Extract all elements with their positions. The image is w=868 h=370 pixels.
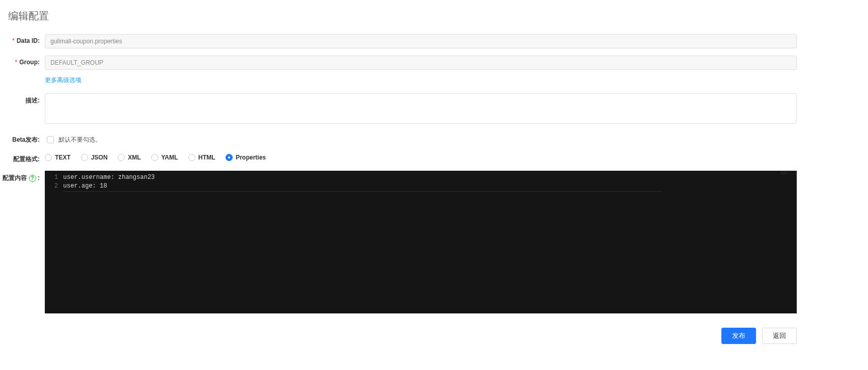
label-group: Group: (0, 56, 45, 66)
row-format: 配置格式: TEXTJSONXMLYAMLHTMLProperties (0, 152, 868, 164)
radio-icon (226, 154, 233, 161)
data-id-input (45, 34, 797, 48)
row-editor: 配置内容? : 1user.username: zhangsan232user.… (0, 171, 868, 313)
format-radio-group: TEXTJSONXMLYAMLHTMLProperties (45, 152, 797, 161)
beta-checkbox-wrap[interactable]: 默认不要勾选。 (45, 133, 797, 145)
format-radio-json[interactable]: JSON (81, 154, 108, 161)
line-number: 2 (45, 182, 63, 191)
radio-icon (81, 154, 88, 161)
desc-textarea[interactable] (45, 93, 797, 124)
line-number: 1 (45, 173, 63, 182)
label-beta: Beta发布: (0, 133, 45, 144)
row-more: 更多高级选项 (0, 74, 868, 84)
format-radio-text[interactable]: TEXT (45, 154, 71, 161)
format-radio-label: Properties (236, 154, 266, 161)
format-radio-label: YAML (161, 154, 178, 161)
label-format: 配置格式: (0, 152, 45, 164)
radio-icon (45, 154, 52, 161)
line-code[interactable]: user.username: zhangsan23 (63, 173, 155, 182)
row-desc: 描述: (0, 93, 868, 125)
row-group: Group: (0, 56, 868, 70)
format-radio-label: HTML (199, 154, 215, 161)
radio-icon (188, 154, 195, 161)
label-desc: 描述: (0, 93, 45, 105)
editor-line[interactable]: 1user.username: zhangsan23 (45, 173, 797, 182)
format-radio-label: JSON (91, 154, 108, 161)
group-input (45, 56, 797, 70)
publish-button[interactable]: 发布 (721, 328, 756, 344)
line-code[interactable]: user.age: 18 (63, 182, 107, 191)
label-content: 配置内容? : (0, 171, 45, 182)
format-radio-properties[interactable]: Properties (226, 154, 266, 161)
label-content-suffix: : (38, 174, 40, 181)
beta-checkbox[interactable] (47, 136, 54, 143)
radio-icon (118, 154, 125, 161)
row-beta: Beta发布: 默认不要勾选。 (0, 133, 868, 145)
editor-line[interactable]: 2user.age: 18 (45, 182, 797, 191)
page-title: 编辑配置 (0, 0, 868, 34)
footer-actions: 发布 返回 (0, 321, 868, 344)
label-data-id: Data ID: (0, 34, 45, 44)
radio-icon (151, 154, 158, 161)
more-advanced-link[interactable]: 更多高级选项 (45, 76, 81, 84)
beta-hint: 默认不要勾选。 (59, 136, 101, 144)
format-radio-xml[interactable]: XML (118, 154, 141, 161)
format-radio-yaml[interactable]: YAML (151, 154, 178, 161)
back-button[interactable]: 返回 (762, 328, 797, 344)
editor-end-border (63, 191, 662, 192)
help-icon[interactable]: ? (29, 175, 36, 182)
format-radio-html[interactable]: HTML (188, 154, 215, 161)
label-content-text: 配置内容 (3, 174, 27, 181)
format-radio-label: TEXT (55, 154, 71, 161)
code-editor[interactable]: 1user.username: zhangsan232user.age: 18 (45, 171, 797, 313)
format-radio-label: XML (128, 154, 141, 161)
row-data-id: Data ID: (0, 34, 868, 48)
